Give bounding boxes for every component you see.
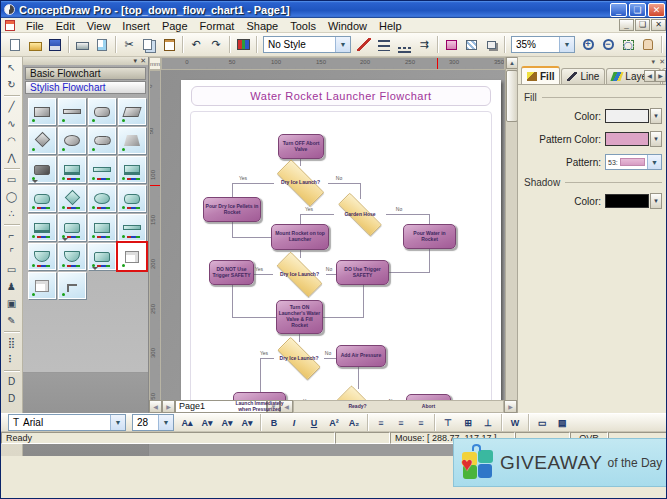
align-right-icon[interactable]: ≡ (411, 413, 431, 432)
fill-color-dropdown-icon[interactable]: ▼ (650, 108, 662, 124)
flow-node-8[interactable]: Dry Ice Launch? (273, 257, 326, 292)
menu-insert[interactable]: Insert (116, 19, 156, 33)
library-shape-2[interactable] (58, 98, 86, 125)
library-shape-18[interactable] (58, 214, 86, 241)
frame1-icon[interactable]: ▭ (532, 413, 552, 432)
copy-icon[interactable] (139, 35, 159, 54)
page-prev-icon[interactable]: ◀ (149, 400, 162, 413)
menu-format[interactable]: Format (194, 19, 241, 33)
connector1-tool[interactable]: ⌐ (3, 227, 21, 244)
vertical-scrollbar[interactable]: ▲ ▼ (505, 57, 517, 444)
tree2-tool[interactable]: ⠇ (3, 351, 21, 368)
zoom-in-icon[interactable]: + (578, 35, 598, 54)
library-shape-5[interactable] (28, 127, 56, 154)
open-icon[interactable] (25, 35, 45, 54)
library-shape-22[interactable] (58, 243, 86, 270)
sub-icon[interactable]: A₂ (344, 413, 364, 432)
font-up-icon[interactable]: A▴ (177, 413, 197, 432)
new-icon[interactable] (5, 35, 25, 54)
flow-node-12[interactable]: Add Air Pressure (336, 345, 386, 367)
menu-help[interactable]: Help (373, 19, 408, 33)
fill-pattern-icon[interactable] (461, 35, 481, 54)
library-shape-17[interactable] (28, 214, 56, 241)
shadow-color-dropdown-icon[interactable]: ▼ (650, 193, 662, 209)
library-shape-6[interactable] (58, 127, 86, 154)
library-panel-menu-icon[interactable]: ▾ (134, 57, 138, 65)
shadow-color-swatch[interactable] (605, 194, 649, 208)
zoom-combobox-dropdown-icon[interactable]: ▼ (559, 37, 574, 52)
flow-node-2[interactable]: Dry Ice Launch? (273, 165, 328, 201)
library-shape-10[interactable] (58, 156, 86, 183)
library-shape-14[interactable] (58, 185, 86, 212)
menu-page[interactable]: Page (156, 19, 194, 33)
flow-node-11[interactable]: Dry Ice Launch? (274, 342, 324, 375)
menu-edit[interactable]: Edit (50, 19, 81, 33)
close-button[interactable]: ✕ (648, 3, 665, 17)
dnode1-tool[interactable]: D (3, 373, 21, 390)
font-highlight-icon[interactable]: A▾ (237, 413, 257, 432)
line-color-icon[interactable] (354, 35, 374, 54)
library-icon[interactable] (233, 35, 253, 54)
dnode2-tool[interactable]: D (3, 390, 21, 407)
library-panel-close-icon[interactable]: ✕ (140, 57, 146, 65)
shadow-icon[interactable] (481, 35, 501, 54)
line-dash-icon[interactable] (394, 35, 414, 54)
font-color-icon[interactable]: A▾ (217, 413, 237, 432)
underline-icon[interactable]: U (304, 413, 324, 432)
menu-view[interactable]: View (81, 19, 117, 33)
sup-icon[interactable]: A² (324, 413, 344, 432)
vertical-ruler[interactable]: 050100150200250300350400 (149, 70, 161, 444)
wordart-icon[interactable]: W (505, 413, 525, 432)
line-arrow-icon[interactable]: ⇉ (414, 35, 434, 54)
pattern-color-dropdown-icon[interactable]: ▼ (650, 131, 662, 147)
preview-icon[interactable] (92, 35, 112, 54)
library-shape-13[interactable] (28, 185, 56, 212)
doc-restore-button[interactable]: ❏ (635, 19, 650, 31)
drawing-workspace[interactable]: Water Rocket Launcher Flowchart YesNoYes… (161, 70, 505, 444)
line-tool[interactable]: ╱ (3, 98, 21, 115)
valign-top-icon[interactable]: ⊤ (438, 413, 458, 432)
flow-node-1[interactable]: Turn OFF Abort Valve (278, 134, 324, 159)
library-panel-grip[interactable]: ▾ ✕ (23, 57, 148, 66)
horizontal-scrollbar[interactable] (293, 400, 504, 413)
redo-icon[interactable]: ↷ (206, 35, 226, 54)
library-shape-16[interactable] (118, 185, 146, 212)
cut-icon[interactable]: ✂ (119, 35, 139, 54)
undo-icon[interactable]: ↶ (186, 35, 206, 54)
menu-file[interactable]: File (20, 19, 50, 33)
library-shape-7[interactable] (88, 127, 116, 154)
menu-window[interactable]: Window (322, 19, 373, 33)
giveaway-banner[interactable]: ♥ GIVEAWAY of the Day (453, 438, 667, 487)
flow-node-6[interactable]: Pour Water in Rocket (403, 224, 456, 249)
library-shape-4[interactable] (118, 98, 146, 125)
line-weight-icon[interactable] (374, 35, 394, 54)
minimize-button[interactable]: _ (610, 3, 627, 17)
library-shape-1[interactable] (28, 98, 56, 125)
font-size-combobox[interactable]: 28 ▼ (132, 414, 174, 431)
stamp-tool[interactable]: ♟ (3, 278, 21, 295)
tabs-scroll-left-icon[interactable]: ◀ (644, 70, 655, 82)
flow-node-7[interactable]: DO NOT Use Trigger SAFETY (209, 260, 254, 285)
align-center-icon[interactable]: ≡ (391, 413, 411, 432)
library-shape-9[interactable] (28, 156, 56, 183)
library-tab-stylish-flowchart[interactable]: Stylish Flowchart (25, 81, 146, 94)
document-page[interactable]: Water Rocket Launcher Flowchart YesNoYes… (181, 80, 501, 444)
font-down-icon[interactable]: A▾ (197, 413, 217, 432)
save-icon[interactable] (45, 35, 65, 54)
connector2-tool[interactable]: ⌜ (3, 244, 21, 261)
pattern-dropdown-icon[interactable]: ▼ (647, 155, 661, 169)
ellipse-tool[interactable]: ◯ (3, 188, 21, 205)
style-combobox-dropdown-icon[interactable]: ▼ (335, 37, 350, 52)
font-dropdown-icon[interactable]: ▼ (110, 415, 125, 430)
panel-close-icon[interactable]: ✕ (659, 58, 665, 66)
panel-pin-icon[interactable]: ▾ (652, 58, 656, 66)
library-shape-15[interactable] (88, 185, 116, 212)
library-tab-basic-flowchart[interactable]: Basic Flowchart (25, 67, 146, 80)
font-combobox[interactable]: T Arial ▼ (8, 414, 126, 431)
screen-tool[interactable]: ▭ (3, 261, 21, 278)
bezier-tool[interactable]: ∿ (3, 115, 21, 132)
hscroll-right-icon[interactable]: ▶ (504, 400, 517, 413)
rect-tool[interactable]: ▭ (3, 171, 21, 188)
flow-node-5[interactable]: Mount Rocket on top Launcher (271, 224, 329, 250)
library-shape-21[interactable] (28, 243, 56, 270)
